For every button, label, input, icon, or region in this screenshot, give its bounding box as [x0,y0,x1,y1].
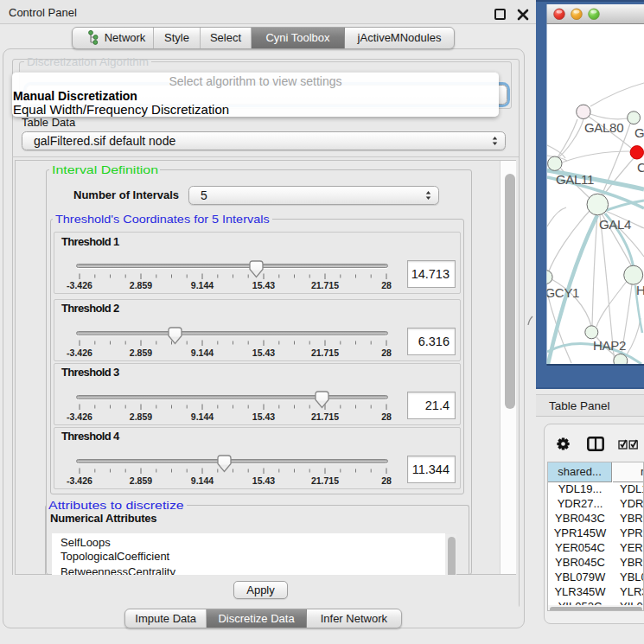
svg-text:HAP2: HAP2 [593,338,626,353]
svg-text:CYC: CYC [637,160,644,175]
svg-text:GAL80: GAL80 [584,120,623,135]
svg-text:GCY1: GCY1 [545,285,580,300]
svg-text:GAL4: GAL4 [599,217,631,232]
svg-text:GAL: GAL [634,125,644,140]
svg-text:GAL11: GAL11 [556,172,594,187]
svg-text:HIS: HIS [636,283,644,297]
